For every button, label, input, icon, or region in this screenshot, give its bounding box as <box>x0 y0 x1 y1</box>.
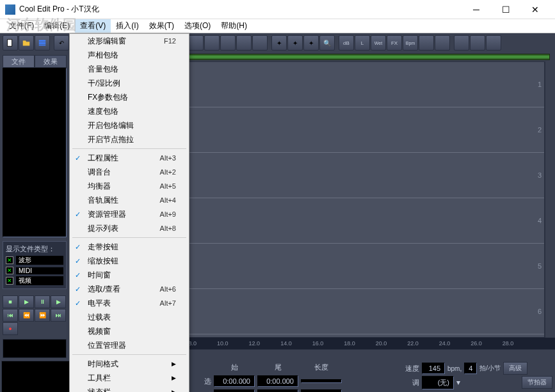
tempo-advanced-button[interactable]: 高级 <box>503 362 527 375</box>
goto-end-button[interactable]: ⏭ <box>51 309 66 322</box>
tempo-beats[interactable]: 4 <box>464 363 477 374</box>
tb-undo[interactable]: ↶ <box>54 35 69 51</box>
timeline-tick: 16.0 <box>312 340 324 347</box>
track-number: 5 <box>538 262 542 270</box>
file-list[interactable] <box>3 68 67 237</box>
tb-btn-17[interactable] <box>252 35 268 51</box>
tb-fx[interactable]: FX <box>387 35 402 51</box>
menu-item[interactable]: FX参数包络 <box>70 90 189 104</box>
menu-file[interactable]: 文件(F) <box>4 19 39 33</box>
maximize-button[interactable]: ☐ <box>491 0 520 19</box>
menu-effects[interactable]: 效果(T) <box>144 19 179 33</box>
stop-button[interactable]: ■ <box>3 295 18 308</box>
menu-item[interactable]: 音轨属性Alt+4 <box>70 193 189 207</box>
timeline-tick: 12.0 <box>249 340 261 347</box>
tb-btn-18[interactable]: ✦ <box>271 35 287 51</box>
sel-begin[interactable]: 0:00.000 <box>214 375 255 387</box>
key-value[interactable]: (无) <box>422 376 454 389</box>
tempo-bpm[interactable]: 145 <box>422 363 445 374</box>
menu-item[interactable]: ✓时间窗 <box>70 268 189 282</box>
ft-check-wave[interactable]: ✕ <box>6 256 13 264</box>
menu-item-label: 选取/查看 <box>88 284 120 295</box>
close-button[interactable]: ✕ <box>520 0 550 19</box>
menu-item[interactable]: 提示列表Alt+8 <box>70 221 189 235</box>
tb-btn-31[interactable] <box>486 35 501 51</box>
sidebar-tab-files[interactable]: 文件 <box>3 55 35 68</box>
tb-open[interactable] <box>19 35 34 51</box>
menu-item[interactable]: 时间格式▶ <box>70 357 189 371</box>
menu-help[interactable]: 帮助(H) <box>216 19 252 33</box>
vertical-scrollbar[interactable] <box>545 61 555 338</box>
tb-wet[interactable]: Wet <box>371 35 386 51</box>
pause-button[interactable]: ⏸ <box>35 295 50 308</box>
file-types-title: 显示文件类型： <box>6 244 63 254</box>
menu-item[interactable]: 开启节点拖拉 <box>70 132 189 146</box>
tb-bpm[interactable]: Bpm <box>403 35 418 51</box>
menu-item[interactable]: 均衡器Alt+5 <box>70 179 189 193</box>
timeline-tick: 14.0 <box>280 340 292 347</box>
tb-btn-14[interactable] <box>204 35 220 51</box>
tb-l[interactable]: L <box>355 35 370 51</box>
menu-item[interactable]: ✓资源管理器Alt+9 <box>70 207 189 221</box>
menu-item[interactable]: 位置管理器 <box>70 338 189 352</box>
forward-button[interactable]: ⏩ <box>35 309 50 322</box>
play-loop-button[interactable]: ▶ <box>51 295 66 308</box>
menu-item[interactable]: 调音台Alt+2 <box>70 165 189 179</box>
menu-item[interactable]: 音量包络 <box>70 62 189 76</box>
menu-item[interactable]: 开启包络编辑 <box>70 118 189 132</box>
view-end[interactable]: 0:29.999 <box>257 389 298 392</box>
menu-shortcut: Alt+3 <box>160 154 176 162</box>
tb-btn-30[interactable] <box>470 35 485 51</box>
menu-item[interactable]: ✓走带按钮 <box>70 240 189 254</box>
menu-view[interactable]: 查看(V) <box>75 19 111 33</box>
sidebar-tab-effects[interactable]: 效果 <box>35 55 67 68</box>
svg-rect-2 <box>39 42 46 44</box>
tb-btn-27[interactable] <box>419 35 434 51</box>
tb-btn-16[interactable] <box>236 35 252 51</box>
beats-label: 拍/小节 <box>479 364 501 373</box>
tb-btn-29[interactable] <box>454 35 469 51</box>
sidebar: 文件 效果 显示文件类型： ✕波形 ✕MIDI ✕视频 ■ ▶ ⏸ ▶ ⏮ ⏪ … <box>0 52 69 359</box>
tb-btn-19[interactable]: ✦ <box>287 35 303 51</box>
tb-btn-21[interactable]: 🔍 <box>319 35 335 51</box>
level-meter <box>3 339 67 358</box>
menu-item[interactable]: 视频窗 <box>70 324 189 338</box>
record-button[interactable]: ● <box>3 322 18 335</box>
minimize-button[interactable]: ─ <box>462 0 491 19</box>
menu-item[interactable]: 状态栏▶ <box>70 385 189 392</box>
menu-item[interactable]: ✓工程属性Alt+3 <box>70 151 189 165</box>
view-begin[interactable]: 0:00.000 <box>214 389 255 392</box>
menu-item[interactable]: 波形编辑窗F12 <box>70 34 189 48</box>
menu-item[interactable]: 干/湿比例 <box>70 76 189 90</box>
tb-db[interactable]: dB <box>339 35 354 51</box>
menu-item[interactable]: 工具栏▶ <box>70 371 189 385</box>
menu-item[interactable]: 声相包络 <box>70 48 189 62</box>
tb-new[interactable] <box>3 35 18 51</box>
menu-insert[interactable]: 插入(I) <box>111 19 143 33</box>
menu-item[interactable]: ✓选取/查看Alt+6 <box>70 282 189 296</box>
view-len[interactable]: 0:30.000 <box>301 389 342 392</box>
tb-multitrack[interactable] <box>35 35 50 51</box>
sel-len[interactable] <box>301 379 342 383</box>
menu-item[interactable]: ✓电平表Alt+7 <box>70 296 189 310</box>
track-number: 2 <box>538 126 542 134</box>
menu-options[interactable]: 选项(O) <box>179 19 216 33</box>
menu-item[interactable]: 过载表 <box>70 310 189 324</box>
rewind-button[interactable]: ⏪ <box>19 309 34 322</box>
menu-item-label: 资源管理器 <box>88 209 126 220</box>
menu-item-label: FX参数包络 <box>88 92 128 103</box>
menu-item[interactable]: 速度包络 <box>70 104 189 118</box>
sel-end[interactable]: 0:00.000 <box>257 375 298 387</box>
ft-check-midi[interactable]: ✕ <box>6 267 13 274</box>
play-button[interactable]: ▶ <box>19 295 34 308</box>
goto-start-button[interactable]: ⏮ <box>3 309 18 322</box>
menu-shortcut: Alt+6 <box>160 285 176 293</box>
tb-btn-28[interactable] <box>435 35 450 51</box>
menu-item[interactable]: ✓缩放按钮 <box>70 254 189 268</box>
metronome-button[interactable]: 节拍器 <box>522 376 552 389</box>
tb-btn-20[interactable]: ✦ <box>303 35 319 51</box>
tb-btn-15[interactable] <box>220 35 236 51</box>
tb-btn-13[interactable] <box>188 35 204 51</box>
ft-check-video[interactable]: ✕ <box>6 277 13 285</box>
menu-edit[interactable]: 编辑(E) <box>39 19 75 33</box>
